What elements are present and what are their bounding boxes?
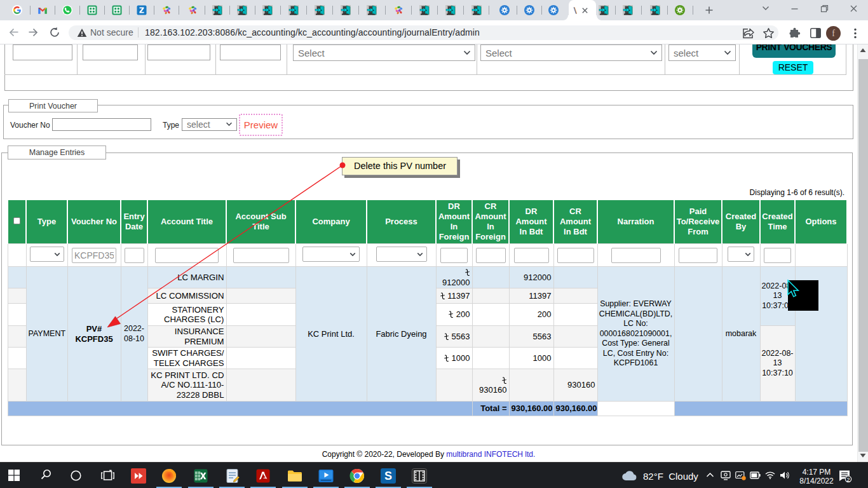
svg-text:2: 2 bbox=[846, 476, 850, 483]
